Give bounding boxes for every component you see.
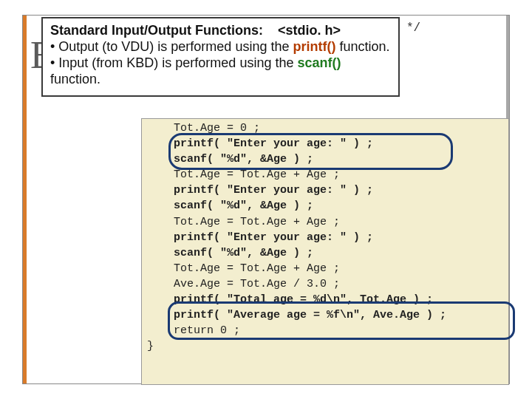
code-l09-fn: scanf (174, 247, 207, 259)
bullet1-post: function. (335, 39, 389, 54)
code-indent (147, 262, 174, 275)
code-indent (147, 216, 174, 228)
stdio-callout-box: Standard Input/Output Functions: <stdio.… (41, 17, 400, 97)
bullet2-post: function. (50, 72, 100, 86)
highlight-oval-bottom (168, 301, 515, 340)
scanf-keyword: scanf() (297, 55, 341, 70)
callout-heading-prefix: Standard Input/Output Functions: (50, 23, 263, 38)
code-indent (147, 184, 174, 197)
code-l06-fn: scanf (174, 200, 207, 212)
accent-left-bar (23, 16, 27, 383)
code-indent (147, 168, 174, 181)
bullet1-pre: • Output (to VDU) is performed using the (50, 39, 293, 54)
code-l04: Tot.Age = Tot.Age + Age ; (174, 168, 340, 181)
code-l08-fn: printf (174, 231, 214, 244)
code-indent (147, 278, 174, 290)
highlight-oval-top (168, 133, 453, 170)
code-l05-args: ( "Enter your age: " ) ; (214, 184, 373, 197)
code-indent (147, 293, 174, 306)
printf-keyword: printf() (293, 39, 335, 54)
code-l07: Tot.Age = Tot.Age + Age ; (174, 216, 340, 228)
code-indent (147, 247, 174, 259)
callout-heading-header: <stdio. h> (278, 23, 341, 38)
bullet2-pre: • Input (from KBD) is performed using th… (50, 55, 297, 70)
code-l05-fn: printf (174, 184, 214, 197)
code-l11: Ave.Age = Tot.Age / 3.0 ; (174, 278, 340, 290)
code-comment-close: */ (406, 21, 420, 35)
code-l15: } (147, 340, 154, 352)
slide-frame: E */ Standard Input/Output Functions: <s… (22, 15, 510, 384)
callout-heading: Standard Input/Output Functions: <stdio.… (50, 23, 391, 39)
callout-bullet-input: • Input (from KBD) is performed using th… (50, 55, 391, 88)
code-l08-args: ( "Enter your age: " ) ; (214, 231, 373, 244)
code-indent (147, 200, 174, 212)
code-l10: Tot.Age = Tot.Age + Age ; (174, 262, 340, 275)
code-l06-args: ( "%d", &Age ) ; (207, 200, 313, 212)
code-indent (147, 231, 174, 244)
code-l09-args: ( "%d", &Age ) ; (207, 247, 313, 259)
callout-bullet-output: • Output (to VDU) is performed using the… (50, 39, 391, 55)
code-indent (147, 122, 174, 134)
